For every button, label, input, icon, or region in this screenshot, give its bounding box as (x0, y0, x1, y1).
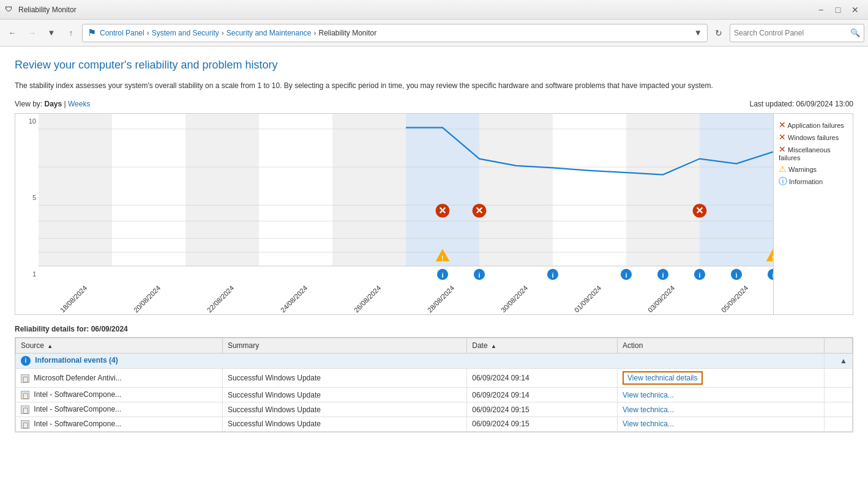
group-label-text: Informational events (4) (35, 356, 118, 365)
y-label-10: 10 (18, 117, 36, 125)
back-button[interactable]: ← (4, 24, 21, 42)
view-by-controls: View by: Days | Weeks (15, 100, 90, 108)
chart-y-axis: 10 5 1 (15, 114, 39, 314)
cell-source: 📋 Microsoft Defender Antivi... (16, 369, 223, 388)
close-button[interactable]: ✕ (847, 3, 863, 17)
cell-action-3[interactable]: View technica... (618, 417, 825, 431)
description-text: The stability index assesses your system… (15, 80, 853, 91)
minimize-button[interactable]: − (813, 3, 829, 17)
col-source[interactable]: Source ▲ (16, 338, 223, 354)
view-by-days[interactable]: Days (44, 100, 62, 108)
legend-warnings: ⚠ Warnings (779, 164, 848, 174)
col-summary[interactable]: Summary (222, 338, 466, 354)
app-icon: 🛡 (5, 5, 15, 15)
collapse-button[interactable]: ▲ (840, 357, 847, 365)
breadcrumb-system-security[interactable]: System and Security (152, 29, 219, 37)
svg-rect-5 (406, 114, 479, 266)
svg-text:24/08/2024: 24/08/2024 (279, 284, 309, 314)
legend-app-failures: ✕ Application failures (779, 120, 848, 130)
breadcrumb-dropdown-button[interactable]: ▼ (694, 28, 702, 37)
window-controls: − □ ✕ (813, 3, 863, 17)
breadcrumb-current: Reliability Monitor (319, 29, 377, 37)
table-scroll[interactable]: Source ▲ Summary Date ▲ Action i Informa… (15, 337, 853, 432)
recent-locations-button[interactable]: ▼ (43, 24, 60, 42)
details-title: Reliability details for: 06/09/2024 (15, 325, 853, 333)
svg-text:✕: ✕ (695, 205, 703, 216)
view-technical-details-link-0[interactable]: View technical details (623, 371, 703, 385)
svg-rect-6 (479, 114, 553, 266)
details-table: Source ▲ Summary Date ▲ Action i Informa… (15, 338, 853, 431)
group-row-informational[interactable]: i Informational events (4) ▲ (16, 354, 853, 369)
cell-action[interactable]: View technical details (618, 369, 825, 388)
breadcrumb-flag-icon: ⚑ (88, 27, 96, 39)
view-technical-details-link-1[interactable]: View technica... (623, 391, 674, 399)
cell-summary-3: Successful Windows Update (222, 417, 466, 431)
breadcrumb-bar: ⚑ Control Panel › System and Security › … (82, 24, 708, 42)
legend-information: ⓘ Information (779, 176, 848, 187)
page-title: Review your computer's reliability and p… (15, 59, 853, 72)
svg-text:26/08/2024: 26/08/2024 (353, 284, 383, 314)
svg-text:i: i (441, 272, 443, 279)
table-row: 📋 Intel - SoftwareCompone... Successful … (16, 417, 853, 431)
app-icon-0: 📋 (21, 374, 29, 383)
table-header: Source ▲ Summary Date ▲ Action (16, 338, 853, 354)
chart-container: 10 5 1 (15, 113, 853, 315)
search-input[interactable] (734, 29, 850, 37)
info-group-icon: i (21, 356, 31, 366)
col-expand (824, 338, 852, 354)
maximize-button[interactable]: □ (830, 3, 846, 17)
svg-rect-3 (259, 114, 332, 266)
cell-date-3: 06/09/2024 09:15 (467, 417, 618, 431)
svg-text:01/09/2024: 01/09/2024 (573, 284, 603, 314)
svg-text:18/08/2024: 18/08/2024 (59, 284, 89, 314)
svg-text:i: i (478, 272, 480, 279)
svg-text:i: i (552, 272, 553, 279)
up-button[interactable]: ↑ (62, 24, 80, 42)
cell-expand-0 (824, 369, 852, 388)
cell-expand-3 (824, 417, 852, 431)
view-technical-details-link-3[interactable]: View technica... (623, 420, 674, 428)
svg-rect-1 (112, 114, 185, 266)
window-title: Reliability Monitor (18, 6, 813, 14)
legend-misc-failures: ✕ Miscellaneous failures (779, 144, 848, 161)
forward-button[interactable]: → (23, 24, 40, 42)
breadcrumb-security-maintenance[interactable]: Security and Maintenance (226, 29, 312, 37)
svg-text:i: i (662, 272, 664, 279)
refresh-button[interactable]: ↻ (710, 24, 727, 42)
table-row: 📋 Microsoft Defender Antivi... Successfu… (16, 369, 853, 388)
svg-text:28/08/2024: 28/08/2024 (426, 284, 456, 314)
breadcrumb-control-panel[interactable]: Control Panel (100, 29, 144, 37)
chart-area[interactable]: ✕ ✕ ✕ ! ! i (39, 114, 773, 314)
svg-text:30/08/2024: 30/08/2024 (499, 284, 529, 314)
view-by-weeks[interactable]: Weeks (68, 100, 90, 108)
svg-text:i: i (625, 272, 627, 279)
cell-summary-1: Successful Windows Update (222, 388, 466, 402)
svg-text:i: i (698, 272, 700, 279)
svg-text:✕: ✕ (438, 205, 446, 216)
svg-text:!: ! (441, 254, 444, 262)
app-icon-1: 📋 (21, 391, 29, 399)
cell-summary-2: Successful Windows Update (222, 402, 466, 417)
svg-text:i: i (735, 272, 737, 279)
svg-text:05/09/2024: 05/09/2024 (720, 284, 750, 314)
chart-main: 10 5 1 (15, 114, 853, 314)
group-collapse-cell[interactable]: ▲ (824, 354, 852, 369)
svg-rect-7 (553, 114, 626, 266)
col-date[interactable]: Date ▲ (467, 338, 618, 354)
svg-text:✕: ✕ (475, 205, 483, 216)
details-section: Reliability details for: 06/09/2024 Sour… (15, 325, 853, 432)
svg-text:03/09/2024: 03/09/2024 (646, 284, 676, 314)
address-bar: ← → ▼ ↑ ⚑ Control Panel › System and Sec… (0, 20, 868, 46)
app-icon-3: 📋 (21, 420, 29, 429)
svg-text:20/08/2024: 20/08/2024 (132, 284, 162, 314)
cell-action-1[interactable]: View technica... (618, 388, 825, 402)
cell-source-2: 📋 Intel - SoftwareCompone... (16, 402, 223, 417)
group-label: i Informational events (4) (16, 354, 825, 369)
svg-rect-8 (626, 114, 700, 266)
last-updated: Last updated: 06/09/2024 13:00 (750, 100, 853, 108)
cell-date-1: 06/09/2024 09:14 (467, 388, 618, 402)
cell-expand-2 (824, 402, 852, 417)
cell-action-2[interactable]: View technica... (618, 402, 825, 417)
view-technical-details-link-2[interactable]: View technica... (623, 405, 674, 414)
app-icon-2: 📋 (21, 405, 29, 414)
